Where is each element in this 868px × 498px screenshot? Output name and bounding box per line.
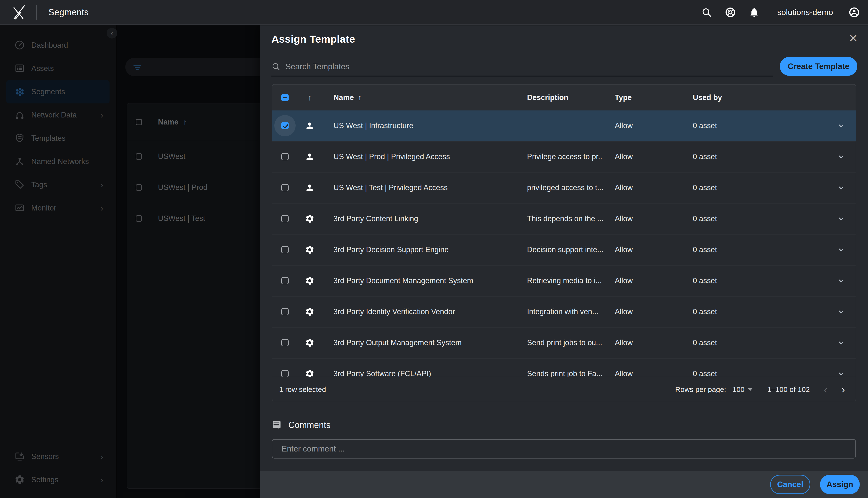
row-checkbox[interactable]: [281, 184, 289, 191]
template-used-by: 0 asset: [681, 214, 827, 223]
table-row[interactable]: US West | Test | Privileged Access privi…: [272, 172, 856, 204]
template-type: Allow: [603, 214, 681, 223]
template-used-by: 0 asset: [681, 369, 827, 377]
row-checkbox[interactable]: [281, 308, 289, 315]
template-name: 3rd Party Document Management System: [322, 276, 515, 285]
row-checkbox[interactable]: [281, 370, 289, 377]
table-row[interactable]: 3rd Party Decision Support Engine Decisi…: [272, 235, 856, 265]
column-header-used-by[interactable]: Used by: [681, 93, 827, 102]
previous-page-button[interactable]: ‹: [824, 384, 828, 395]
template-type: Allow: [603, 121, 681, 130]
templates-table: ↑ Name↑ Description Type Used by US West…: [272, 84, 856, 401]
top-bar: Segments solutions-demo: [0, 0, 868, 25]
template-name: 3rd Party Identity Verification Vendor: [322, 307, 515, 316]
template-name: US West | Prod | Privileged Access: [322, 152, 515, 161]
row-checkbox[interactable]: [281, 153, 289, 160]
template-type: Allow: [603, 152, 681, 161]
logo-x-icon: [11, 4, 26, 20]
row-checkbox[interactable]: [281, 246, 289, 253]
search-templates-input[interactable]: [285, 62, 746, 71]
template-name: US West | Infrastructure: [322, 121, 515, 130]
template-used-by: 0 asset: [681, 245, 827, 254]
expand-row-button[interactable]: [827, 153, 856, 161]
template-search[interactable]: [271, 57, 773, 76]
row-checkbox[interactable]: [281, 215, 289, 222]
drawer-action-bar: Cancel Assign: [260, 471, 868, 498]
selection-count: 1 row selected: [279, 385, 326, 394]
comments-section: Comments: [271, 420, 331, 430]
template-type: Allow: [603, 338, 681, 347]
template-description: Privilege access to pr...: [515, 152, 603, 161]
template-type: Allow: [603, 183, 681, 192]
table-row[interactable]: 3rd Party Document Management System Ret…: [272, 265, 856, 297]
row-checkbox[interactable]: [281, 122, 289, 129]
column-header-name[interactable]: Name↑: [322, 93, 515, 102]
person-icon: [298, 152, 322, 161]
comments-icon: [271, 420, 282, 430]
table-row[interactable]: 3rd Party Content Linking This depends o…: [272, 204, 856, 235]
icon-sort-arrow[interactable]: ↑: [308, 93, 312, 102]
expand-row-button[interactable]: [827, 184, 856, 192]
template-used-by: 0 asset: [681, 152, 827, 161]
template-name: 3rd Party Output Management System: [322, 338, 515, 347]
template-description: Send print jobs to ou...: [515, 338, 603, 347]
template-name: 3rd Party Decision Support Engine: [322, 245, 515, 254]
page-title: Segments: [49, 7, 89, 17]
templates-table-body: US West | Infrastructure Allow 0 asset U…: [272, 110, 856, 377]
gear-icon: [298, 369, 322, 377]
expand-row-button[interactable]: [827, 246, 856, 254]
template-name: 3rd Party Software (FCL/API): [322, 369, 515, 377]
expand-row-button[interactable]: [827, 370, 856, 377]
expand-row-button[interactable]: [827, 122, 856, 130]
table-row[interactable]: 3rd Party Output Management System Send …: [272, 327, 856, 358]
select-all-checkbox[interactable]: [281, 94, 289, 101]
table-row[interactable]: US West | Infrastructure Allow 0 asset: [272, 110, 856, 142]
notifications-icon[interactable]: [749, 7, 760, 18]
template-type: Allow: [603, 276, 681, 285]
topbar-divider: [36, 5, 37, 20]
table-row[interactable]: US West | Prod | Privileged Access Privi…: [272, 142, 856, 172]
table-row[interactable]: 3rd Party Software (FCL/API) Sends print…: [272, 358, 856, 377]
template-type: Allow: [603, 369, 681, 377]
template-description: privileged access to t...: [515, 183, 603, 192]
expand-row-button[interactable]: [827, 214, 856, 223]
help-icon[interactable]: [725, 7, 736, 18]
gear-icon: [298, 245, 322, 254]
row-checkbox[interactable]: [281, 339, 289, 346]
expand-row-button[interactable]: [827, 277, 856, 285]
column-header-type[interactable]: Type: [603, 93, 681, 102]
gear-icon: [298, 307, 322, 317]
pagination-range: 1–100 of 102: [767, 385, 810, 394]
template-description: Integration with ven...: [515, 307, 603, 316]
template-used-by: 0 asset: [681, 183, 827, 192]
expand-row-button[interactable]: [827, 339, 856, 347]
template-description: Decision support inte...: [515, 245, 603, 254]
app-logo[interactable]: [11, 4, 26, 20]
template-used-by: 0 asset: [681, 121, 827, 130]
gear-icon: [298, 338, 322, 348]
caret-down-icon: [748, 388, 752, 391]
drawer-title: Assign Template: [271, 33, 355, 45]
templates-table-footer: 1 row selected Rows per page: 100 1–100 …: [272, 377, 856, 401]
template-name: 3rd Party Content Linking: [322, 214, 515, 223]
table-row[interactable]: 3rd Party Identity Verification Vendor I…: [272, 297, 856, 327]
row-checkbox[interactable]: [281, 277, 289, 284]
templates-table-header: ↑ Name↑ Description Type Used by: [272, 84, 856, 110]
assign-button[interactable]: Assign: [820, 475, 860, 494]
close-icon[interactable]: ✕: [848, 33, 858, 44]
create-template-button[interactable]: Create Template: [780, 57, 857, 76]
rows-per-page-select[interactable]: 100: [732, 385, 752, 394]
cancel-button[interactable]: Cancel: [770, 475, 810, 494]
template-used-by: 0 asset: [681, 307, 827, 316]
account-icon[interactable]: [848, 7, 860, 18]
expand-row-button[interactable]: [827, 307, 856, 316]
comment-field[interactable]: [272, 439, 856, 459]
template-name: US West | Test | Privileged Access: [322, 183, 515, 192]
username[interactable]: solutions-demo: [777, 8, 833, 17]
main-area: ‹ Dashboard › Assets › Segments › Networ…: [0, 25, 868, 498]
search-icon[interactable]: [701, 7, 712, 18]
column-header-description[interactable]: Description: [515, 93, 603, 102]
person-icon: [298, 183, 322, 193]
comment-input[interactable]: [282, 444, 839, 454]
next-page-button[interactable]: ›: [841, 384, 845, 395]
